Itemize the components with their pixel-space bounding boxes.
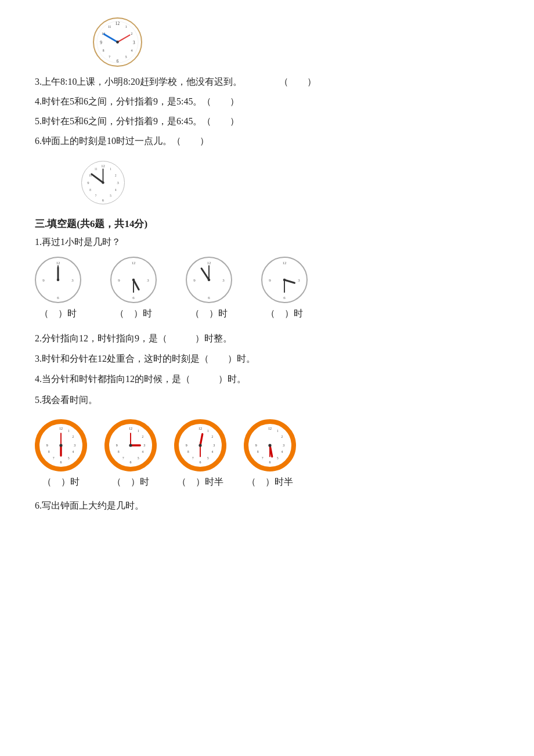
svg-text:9: 9 xyxy=(42,278,45,282)
svg-text:8: 8 xyxy=(48,450,50,453)
svg-text:5: 5 xyxy=(277,456,279,459)
svg-text:9: 9 xyxy=(87,181,89,185)
svg-text:5: 5 xyxy=(110,194,111,197)
svg-point-97 xyxy=(199,444,201,447)
svg-text:3: 3 xyxy=(283,444,284,447)
svg-text:4: 4 xyxy=(115,188,117,192)
orange-clock-label-2: （ ）时 xyxy=(112,476,149,488)
orange-clock-item-4: 12 3 6 9 1 2 4 5 7 8 （ ）时半 xyxy=(244,419,296,488)
svg-text:3: 3 xyxy=(298,278,300,282)
svg-text:8: 8 xyxy=(103,49,104,52)
judge-q4: 4.时针在5和6之间，分针指着9，是5:45。（ ） xyxy=(35,92,499,111)
svg-text:4: 4 xyxy=(131,49,132,52)
clock-simple-2: 12 3 6 9 xyxy=(110,257,157,303)
svg-text:7: 7 xyxy=(95,194,97,197)
svg-text:4: 4 xyxy=(281,450,283,453)
svg-text:12: 12 xyxy=(129,426,132,430)
orange-clock-label-4: （ ）时半 xyxy=(247,476,293,488)
orange-clock-item-2: 12 3 6 9 1 2 4 5 7 8 （ ）时 xyxy=(104,419,157,488)
svg-text:1: 1 xyxy=(207,429,209,433)
svg-text:2: 2 xyxy=(142,435,143,438)
clock-item-4: 12 3 6 9 （ ）时 xyxy=(261,257,308,320)
svg-point-30 xyxy=(102,181,104,183)
q2-text: 2.分针指向12，时针指向9，是（ ）时整。 xyxy=(35,328,499,348)
svg-text:9: 9 xyxy=(186,444,187,447)
q6-text: 6.写出钟面上大约是几时。 xyxy=(35,500,499,512)
svg-text:2: 2 xyxy=(131,32,132,35)
svg-text:8: 8 xyxy=(187,450,189,453)
svg-text:12: 12 xyxy=(116,21,120,26)
second-clock-section: 12 3 6 9 1 2 4 5 7 8 10 11 xyxy=(81,161,499,204)
clock-top: 12 3 6 9 1 2 4 5 7 8 10 11 xyxy=(93,17,142,67)
svg-text:7: 7 xyxy=(262,456,264,459)
svg-text:3: 3 xyxy=(222,278,225,282)
orange-clock-label-1: （ ）时 xyxy=(42,476,80,488)
svg-text:9: 9 xyxy=(46,444,48,447)
orange-clock-2: 12 3 6 9 1 2 4 5 7 8 xyxy=(104,419,157,471)
svg-line-56 xyxy=(284,280,294,283)
svg-point-58 xyxy=(283,279,286,282)
orange-clock-3: 12 3 6 9 1 2 4 5 7 8 xyxy=(174,419,226,471)
svg-text:1: 1 xyxy=(68,429,70,433)
svg-text:5: 5 xyxy=(125,55,127,59)
q1-text: 1.再过1小时是几时？ xyxy=(35,236,499,249)
svg-text:8: 8 xyxy=(89,188,91,192)
svg-text:11: 11 xyxy=(108,25,111,28)
svg-text:6: 6 xyxy=(208,296,210,300)
judge-q6: 6.钟面上的时刻是10时过一点儿。（ ） xyxy=(35,132,499,150)
svg-text:1: 1 xyxy=(138,429,139,433)
svg-point-71 xyxy=(59,444,62,447)
clock-item-1: 12 3 6 9 （ ）时 xyxy=(35,257,81,320)
svg-text:2: 2 xyxy=(211,435,213,438)
svg-text:6: 6 xyxy=(60,460,62,464)
svg-text:1: 1 xyxy=(110,167,111,171)
q2to5-section: 2.分针指向12，时针指向9，是（ ）时整。 3.时针和分针在12处重合，这时的… xyxy=(35,328,499,410)
orange-clock-item-1: 12 3 6 9 1 2 4 5 7 8 （ xyxy=(35,419,87,488)
clock-simple-1: 12 3 6 9 xyxy=(35,257,81,303)
svg-text:6: 6 xyxy=(200,460,201,464)
svg-text:6: 6 xyxy=(132,296,135,300)
svg-point-84 xyxy=(129,444,132,447)
svg-line-28 xyxy=(92,174,103,183)
svg-text:3: 3 xyxy=(133,41,135,45)
clock-label-2: （ ）时 xyxy=(115,308,152,320)
svg-text:12: 12 xyxy=(199,426,202,430)
svg-text:7: 7 xyxy=(122,456,124,459)
svg-line-14 xyxy=(118,35,130,42)
top-clock-section: 12 3 6 9 1 2 4 5 7 8 10 11 xyxy=(35,17,499,67)
clock-label-4: （ ）时 xyxy=(266,308,303,320)
svg-line-49 xyxy=(201,268,209,280)
svg-text:12: 12 xyxy=(132,261,136,265)
svg-text:7: 7 xyxy=(192,456,194,459)
svg-point-51 xyxy=(208,279,211,282)
section3-container: 三.填空题(共6题，共14分) 1.再过1小时是几时？ 12 3 6 9 （ ）… xyxy=(35,217,499,512)
clock-simple-3: 12 3 6 9 xyxy=(186,257,232,303)
clock-label-3: （ ）时 xyxy=(190,308,228,320)
svg-text:12: 12 xyxy=(207,261,211,265)
svg-text:9: 9 xyxy=(116,444,118,447)
clock-simple-4: 12 3 6 9 xyxy=(261,257,308,303)
svg-line-13 xyxy=(104,34,117,42)
svg-text:6: 6 xyxy=(117,59,119,64)
simple-clocks-row: 12 3 6 9 （ ）时 12 3 6 xyxy=(35,257,499,320)
q4-text: 4.当分针和时针都指向12的时候，是（ ）时。 xyxy=(35,369,499,389)
svg-point-37 xyxy=(57,279,60,282)
svg-text:5: 5 xyxy=(207,456,209,459)
svg-text:8: 8 xyxy=(257,450,259,453)
svg-text:9: 9 xyxy=(269,278,271,282)
svg-text:11: 11 xyxy=(95,167,98,171)
svg-point-15 xyxy=(116,41,119,44)
svg-text:6: 6 xyxy=(269,460,271,464)
clock-second: 12 3 6 9 1 2 4 5 7 8 10 11 xyxy=(81,161,125,204)
svg-text:3: 3 xyxy=(213,444,215,447)
svg-text:9: 9 xyxy=(100,41,102,45)
svg-text:6: 6 xyxy=(57,296,59,300)
svg-text:6: 6 xyxy=(102,198,104,202)
orange-clock-1: 12 3 6 9 1 2 4 5 7 8 xyxy=(35,419,87,471)
svg-text:2: 2 xyxy=(115,174,117,177)
svg-text:1: 1 xyxy=(125,25,127,28)
judge-q5: 5.时针在5和6之间，分针指着9，是6:45。（ ） xyxy=(35,112,499,131)
svg-text:12: 12 xyxy=(283,261,287,265)
svg-text:3: 3 xyxy=(71,278,74,282)
svg-line-42 xyxy=(134,280,139,290)
